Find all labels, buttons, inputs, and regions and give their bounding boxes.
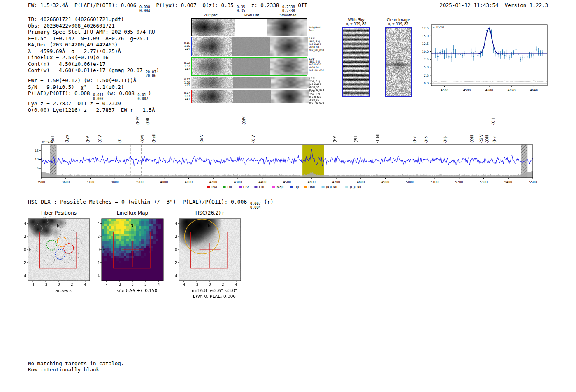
info-line: Primary Spec_Slot_IFU_AMP: 202_035_074_R…	[28, 29, 159, 35]
fiber-row-left-label: 0.071.87441	[180, 92, 190, 101]
hsc-caption-1: m:16.8 re:2.6" s:3.0"	[171, 288, 258, 293]
svg-text:0: 0	[131, 283, 133, 287]
fiber-row-right-label: 1.22"(559, 82)20230422v008_07202_RU_008	[309, 77, 329, 91]
svg-text:4640: 4640	[530, 88, 538, 92]
svg-text:3700: 3700	[86, 180, 94, 184]
svg-text:2: 2	[144, 283, 146, 287]
svg-text:-2: -2	[44, 283, 47, 287]
svg-text:5100: 5100	[430, 180, 438, 184]
svg-text:5200: 5200	[455, 180, 463, 184]
row-2dspec-image	[192, 58, 232, 75]
svg-text:2: 2	[98, 235, 100, 239]
svg-text:0: 0	[175, 248, 177, 252]
emission-line-marker: {Hγ	[492, 136, 497, 143]
row-2dspec-image	[192, 77, 233, 88]
clean-image-coords: x, y: 559, 82	[382, 22, 415, 26]
emission-line-marker: {Hγ	[413, 136, 417, 143]
svg-text:4600: 4600	[308, 180, 316, 184]
svg-text:2: 2	[24, 235, 26, 239]
row-smoothed-image	[270, 58, 308, 75]
emission-line-marker: {HeII	[375, 134, 379, 143]
svg-text:-4: -4	[182, 283, 185, 287]
svg-text:17.5: 17.5	[422, 26, 429, 30]
cutout-title-hsc-r: HSC(26.2) r	[179, 210, 241, 216]
summary-header: EW: 1.5±32.4Å P(LAE)/P(OII): 0.006 0.008…	[28, 2, 307, 12]
fiber-row-images	[191, 90, 307, 103]
emission-line-marker: {NIV]	[136, 116, 140, 125]
row-pixelflat-image	[232, 37, 270, 56]
svg-text:2: 2	[222, 283, 224, 287]
info-line: LineFlux = 2.50(±0.19)e-16	[28, 54, 159, 61]
compass-east-label: E	[102, 248, 105, 252]
error-box	[114, 232, 150, 268]
svg-text:e⁻¹⁷x2Å: e⁻¹⁷x2Å	[433, 26, 444, 29]
clean-image-panel	[385, 27, 412, 97]
svg-text:4800: 4800	[357, 180, 365, 184]
svg-text:10: 10	[35, 158, 39, 161]
row-smoothed-image	[270, 37, 308, 56]
with-sky-title: With Sky	[340, 18, 373, 22]
info-line: Cont(n) = 4.50(±0.06)e-17	[28, 61, 159, 67]
row-pixelflat-image	[233, 90, 271, 103]
svg-text:-4: -4	[105, 283, 108, 287]
svg-text:4200: 4200	[209, 180, 217, 184]
svg-text:5: 5	[37, 167, 39, 170]
error-box	[191, 232, 228, 268]
line-fit-chart: 456045804600462046400.02.55.07.510.012.5…	[420, 21, 555, 95]
info-line: Obs: 20230422v008_4026601721	[28, 23, 159, 29]
fiber-row-left-label: 0.461.65441	[180, 42, 190, 51]
photometric-aperture	[185, 219, 220, 254]
col-header-2dspec: 2D Spec	[198, 14, 223, 17]
svg-text:15: 15	[35, 149, 39, 153]
fiber-row-right-label: 1.01"(559, 74)20230422v008_01202_RU_007	[309, 57, 329, 72]
svg-text:4300: 4300	[234, 180, 242, 184]
info-line: λ = 4599.69Å σ = 2.77(±0.25)Å	[28, 48, 159, 55]
svg-text:-4: -4	[31, 283, 34, 287]
emission-line-marker: {OIII	[470, 135, 474, 143]
row-pixelflat-image	[232, 58, 270, 75]
hsc-r-panel: -4-4-2-2002244N	[171, 216, 258, 298]
svg-text:4: 4	[235, 283, 237, 287]
svg-text:4: 4	[84, 283, 86, 287]
col-header-pixelflat: Pixel Flat	[239, 14, 265, 17]
error-spectrum-fill	[41, 171, 533, 178]
info-line: EWr = 1.50(±0.12) (w: 1.50(±0.11))Å	[28, 77, 159, 84]
svg-text:0: 0	[98, 248, 100, 252]
svg-text:3800: 3800	[111, 180, 119, 184]
emission-line-marker: {OVI	[140, 135, 144, 143]
lineflux-map-overlay: -4-4-2-2002244NE	[93, 216, 181, 298]
info-block: ID: 4026601721 (4026601721.pdf)Obs: 2023…	[28, 16, 159, 113]
svg-text:5.0: 5.0	[424, 65, 429, 69]
cutout-title-lineflux-map: Lineflux Map	[102, 210, 163, 216]
spectrum-line	[41, 149, 533, 166]
info-line: F=1.5" T=0.142 N=1.09 A=0.76 g=25.1	[28, 35, 159, 42]
svg-text:0: 0	[209, 283, 211, 287]
weighted-sum-label: WeightedSum	[309, 20, 320, 37]
svg-text:2: 2	[175, 235, 177, 239]
svg-text:12.5: 12.5	[422, 42, 429, 46]
svg-text:4560: 4560	[441, 88, 448, 92]
emission-line-marker: {OIII	[485, 135, 489, 143]
fiber-circle	[47, 216, 57, 226]
emission-line-marker: {CIV	[98, 135, 102, 143]
fiber-row-images	[191, 77, 307, 89]
fiber-circle	[42, 226, 51, 236]
svg-text:5300: 5300	[480, 180, 488, 184]
emission-line-marker: {OII	[146, 118, 150, 125]
hsc-dex-summary: HSC-DEX : Possible Matches = 0 (within +…	[28, 199, 274, 209]
lineflux-caption: s/b: 8.99 +/- 0.150	[93, 288, 181, 293]
emission-line-marker: {HeII	[152, 134, 156, 143]
row-2dspec-image	[192, 90, 233, 103]
svg-text:4400: 4400	[258, 180, 266, 184]
footer-line-2: Row intentionally blank.	[28, 366, 102, 373]
clean-image	[386, 28, 411, 96]
svg-text:4100: 4100	[185, 180, 193, 184]
svg-text:4: 4	[98, 222, 100, 225]
weighted-sum-gap	[235, 19, 267, 36]
weighted-sum-2d-image	[192, 19, 235, 36]
svg-text:0: 0	[24, 248, 26, 252]
row-smoothed-image	[271, 77, 309, 88]
weighted-sum-smoothed-image	[267, 19, 307, 36]
svg-text:4: 4	[24, 222, 26, 225]
legend-label: (H)CaII	[350, 186, 361, 189]
